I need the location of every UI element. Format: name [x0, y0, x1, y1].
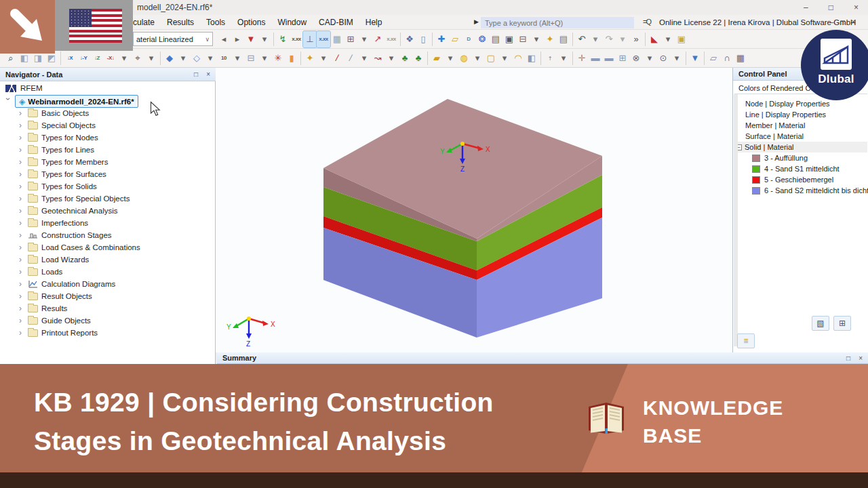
filter-loads-dropdown-icon[interactable]: ▾ — [258, 31, 271, 47]
report-icon[interactable]: ▤ — [557, 31, 570, 47]
loadcase-next-icon[interactable]: ▸ — [231, 31, 244, 47]
sidebar-item-types-for-surfaces[interactable]: ›Types for Surfaces — [16, 168, 106, 180]
chevron-right-icon[interactable]: › — [16, 133, 24, 142]
list-view-button[interactable]: ≡ — [737, 333, 755, 348]
chevron-right-icon[interactable]: › — [16, 182, 24, 191]
overflow-icon[interactable]: » — [629, 31, 643, 47]
sidebar-item-types-for-solids[interactable]: ›Types for Solids — [16, 180, 97, 192]
sidebar-item-imperfections[interactable]: ›Imperfections — [16, 217, 88, 229]
new-node-dropdown-icon[interactable]: ▾ — [317, 50, 330, 66]
close-panel-icon[interactable]: × — [206, 70, 210, 78]
new-block-icon[interactable]: ◧ — [525, 50, 538, 66]
loadcase-prev-icon[interactable]: ◂ — [217, 31, 231, 47]
new-opening-icon[interactable]: ▢ — [484, 50, 498, 66]
chevron-right-icon[interactable]: › — [16, 230, 24, 240]
sidebar-item-result-objects[interactable]: ›Result Objects — [16, 290, 92, 302]
chevron-right-icon[interactable]: › — [16, 267, 24, 277]
solid-material-legend-item[interactable]: 6 - Sand S2 mitteldicht bis dicht — [752, 185, 868, 196]
view-x-icon[interactable]: ↓X — [63, 50, 77, 66]
redo-icon[interactable]: ↷ — [602, 31, 616, 47]
sidebar-item-types-for-special-objects[interactable]: ›Types for Special Objects — [16, 192, 130, 205]
surface-grid-icon[interactable]: ▮ — [285, 50, 298, 66]
summary-float-icon[interactable]: □ — [846, 354, 850, 362]
chevron-right-icon[interactable]: › — [16, 279, 24, 289]
result-diagram-icon[interactable]: ↗ — [371, 31, 384, 47]
chevron-right-icon[interactable]: › — [16, 169, 24, 179]
tree-root-row[interactable]: RFEM — [5, 84, 43, 92]
sidebar-item-types-for-members[interactable]: ›Types for Members — [16, 156, 108, 168]
chevron-right-icon[interactable]: › — [16, 316, 24, 325]
chevron-right-icon[interactable]: › — [16, 194, 24, 203]
insert-column-dropdown-icon[interactable]: ▾ — [557, 50, 570, 66]
snap-dropdown-icon[interactable]: ▾ — [661, 31, 675, 47]
chevron-right-icon[interactable]: › — [16, 108, 24, 118]
chevron-right-icon[interactable]: › — [16, 328, 24, 338]
soil-block-model[interactable]: X Y Z X Y Z — [216, 68, 732, 352]
color-category-member-material[interactable]: Member | Material — [745, 120, 805, 131]
solid-material-legend-item[interactable]: 5 - Geschiebemergel — [752, 174, 833, 185]
chevron-right-icon[interactable]: › — [16, 206, 24, 216]
show-loads-icon[interactable]: ↯ — [276, 31, 290, 47]
menu-item-options[interactable]: Options — [237, 18, 265, 27]
workplane-icon[interactable]: ◇ — [190, 50, 203, 66]
sidebar-item-guide-objects[interactable]: ›Guide Objects — [16, 314, 91, 327]
tables-icon[interactable]: ⊞ — [344, 31, 357, 47]
panel-toggle-icon[interactable]: ▯ — [416, 31, 430, 47]
intersection-dropdown-icon[interactable]: ▾ — [643, 50, 656, 66]
dimension-icon[interactable]: 10 — [217, 50, 231, 66]
color-category-line-display-properties[interactable]: Line | Display Properties — [745, 109, 826, 120]
sidebar-item-load-wizards[interactable]: ›Load Wizards — [16, 253, 89, 266]
new-node-icon[interactable]: ✦ — [303, 50, 317, 66]
doc-restore-icon[interactable]: □ — [841, 18, 845, 26]
color-category-surface-material[interactable]: Surface | Material — [745, 131, 804, 142]
menu-item-culate[interactable]: culate — [133, 18, 155, 27]
model-display-icon[interactable]: ◆ — [163, 50, 176, 66]
maximize-icon[interactable]: □ — [829, 3, 833, 12]
dimension-dropdown-icon[interactable]: ▾ — [231, 50, 244, 66]
chevron-right-icon[interactable]: › — [16, 304, 24, 313]
snap-polygon-icon[interactable]: ◣ — [648, 31, 661, 47]
new-member-icon[interactable]: ╱ — [344, 50, 357, 66]
color-category-solid-material[interactable]: −Solid | Material — [734, 142, 867, 152]
chevron-right-icon[interactable]: › — [16, 255, 24, 264]
union-solid-icon[interactable]: ⊞ — [616, 50, 629, 66]
chevron-right-icon[interactable]: › — [16, 145, 24, 155]
sidebar-item-types-for-nodes[interactable]: ›Types for Nodes — [16, 131, 98, 144]
connect-lines-icon[interactable]: ▬ — [602, 50, 616, 66]
new-polyline-dropdown-icon[interactable]: ▾ — [384, 50, 398, 66]
sidebar-item-calculation-diagrams[interactable]: ›Calculation Diagrams — [16, 278, 115, 290]
chevron-right-icon[interactable]: › — [16, 218, 24, 228]
divide-line-icon[interactable]: ▬ — [589, 50, 602, 66]
visual-objects-icon[interactable]: ⌖ — [131, 50, 144, 66]
clipping-plane-icon[interactable]: ∩ — [720, 50, 734, 66]
doc-minimize-icon[interactable]: – — [830, 18, 834, 26]
new-opening-dropdown-icon[interactable]: ▾ — [498, 50, 511, 66]
tables-dropdown-icon[interactable]: ▾ — [357, 31, 371, 47]
new-line-icon[interactable]: ╱ — [330, 50, 344, 66]
chevron-right-icon[interactable]: › — [16, 121, 24, 130]
legend-settings-button[interactable]: ▧ — [812, 316, 829, 331]
chevron-right-icon[interactable]: › — [16, 157, 24, 167]
view-z-icon[interactable]: ↓Z — [90, 50, 104, 66]
dlubal-center-icon[interactable]: D — [462, 31, 475, 47]
view-negx-icon[interactable]: -X↓ — [104, 50, 117, 66]
rendering-icon[interactable]: ▦ — [330, 31, 344, 47]
sidebar-item-construction-stages[interactable]: ›Construction Stages — [16, 229, 112, 241]
new-surface-dropdown-icon[interactable]: ▾ — [443, 50, 457, 66]
sidebar-item-load-cases-combinations[interactable]: ›Load Cases & Combinations — [16, 241, 140, 253]
sidebar-item-special-objects[interactable]: ›Special Objects — [16, 119, 96, 131]
new-nurbs-icon[interactable]: ◠ — [511, 50, 525, 66]
show-load-values-icon[interactable]: x.xx — [290, 31, 303, 47]
view-dropdown-icon[interactable]: ▾ — [117, 50, 131, 66]
tree-model-row[interactable]: › ◈ Webinarmodell_2024-EN.rf6* — [4, 95, 138, 108]
search-icon[interactable]: =Q — [643, 18, 650, 26]
config-icon[interactable]: ❂ — [475, 31, 489, 47]
view-negy-icon[interactable]: ↓-Y — [77, 50, 90, 66]
units-icon[interactable]: ▤ — [489, 31, 502, 47]
search-caret-icon[interactable]: ▶ — [474, 18, 479, 25]
visual-objects-dropdown-icon[interactable]: ▾ — [144, 50, 158, 66]
sidebar-item-results[interactable]: ›Results — [16, 302, 67, 314]
chevron-down-icon[interactable]: › — [3, 98, 13, 106]
result-values-icon[interactable]: x.xx — [384, 31, 398, 47]
display-settings-icon[interactable]: ❖ — [403, 31, 416, 47]
